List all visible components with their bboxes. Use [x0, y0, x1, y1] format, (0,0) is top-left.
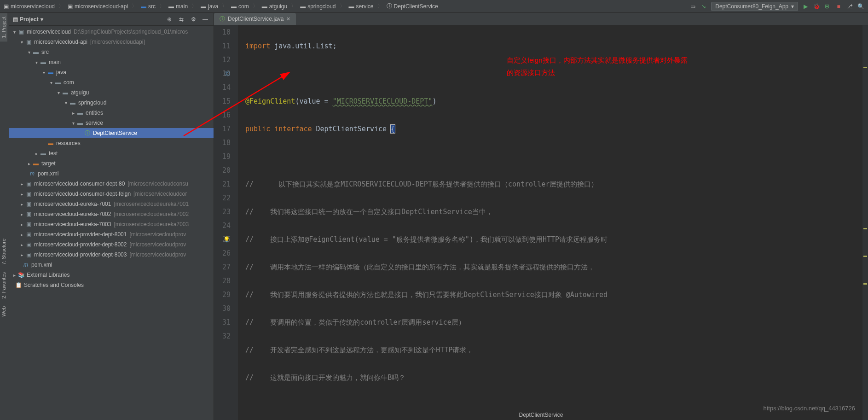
editor-body[interactable]: 101112 13ⓒ 14151617 18192021 222324 25💡 …	[214, 25, 868, 420]
editor-tab-label: DeptClientService.java	[228, 16, 284, 22]
bc-5[interactable]: ▬com	[231, 3, 249, 10]
main: ▤ Project ▾ ⊕ ⇆ ⚙ — ▾▣microservicecloudD…	[9, 13, 868, 420]
close-icon[interactable]: ×	[286, 15, 290, 23]
bc-4[interactable]: ▬java	[201, 3, 218, 10]
tree-service[interactable]: ▾▬service	[9, 118, 214, 128]
bc-9[interactable]: ⒾDeptClientService	[387, 2, 438, 10]
hide-icon[interactable]: —	[201, 15, 210, 24]
gear-icon[interactable]: ⚙	[189, 15, 198, 24]
expand-icon[interactable]: ⇆	[177, 15, 186, 24]
locate-icon[interactable]: ⊕	[165, 15, 174, 24]
tree-target[interactable]: ▸▬target	[9, 158, 214, 169]
tree-e7003[interactable]: ▸▣microservicecloud-eureka-7003[microser…	[9, 219, 214, 229]
tree-p8001[interactable]: ▸▣microservicecloud-provider-dept-8001[m…	[9, 229, 214, 239]
status-bar: DeptClientService	[519, 412, 563, 418]
tab-structure[interactable]: 7: Structure	[0, 235, 7, 268]
bc-8[interactable]: ▬service	[349, 3, 374, 10]
tree-atguigu[interactable]: ▾▬atguigu	[9, 88, 214, 98]
tab-project[interactable]: 1: Project	[0, 13, 7, 41]
tree-e7002[interactable]: ▸▣microservicecloud-eureka-7002[microser…	[9, 209, 214, 219]
bc-6[interactable]: ▬atguigu	[262, 3, 287, 10]
debug-icon[interactable]: 🐞	[813, 3, 820, 10]
bc-0[interactable]: ▣microservicecloud	[4, 3, 55, 10]
editor-tab-bar: Ⓘ DeptClientService.java ×	[214, 13, 868, 25]
build-icon[interactable]: ▭	[689, 3, 696, 10]
run-config-dropdown[interactable]: DeptConsumer80_Feign_App ▾	[711, 2, 798, 11]
interface-icon: Ⓘ	[220, 15, 225, 23]
project-title[interactable]: ▤ Project ▾	[13, 16, 43, 23]
tree-ext[interactable]: ▸📚External Libraries	[9, 270, 214, 280]
run-icon[interactable]: ▶	[802, 3, 809, 10]
editor-tab[interactable]: Ⓘ DeptClientService.java ×	[214, 13, 296, 25]
code-content[interactable]: import java.util.List; @FeignClient(valu…	[238, 25, 868, 420]
scrollbar[interactable]	[862, 25, 868, 420]
bc-7[interactable]: ▬springcloud	[300, 3, 336, 10]
tree-springcloud[interactable]: ▾▬springcloud	[9, 98, 214, 108]
sync-icon[interactable]: ↘	[700, 3, 707, 10]
tree-test[interactable]: ▸▬test	[9, 148, 214, 158]
top-bar: ▣microservicecloud〉 ▣microservicecloud-a…	[0, 0, 868, 13]
git-icon[interactable]: ⎇	[846, 3, 853, 10]
tree-e7001[interactable]: ▸▣microservicecloud-eureka-7001[microser…	[9, 199, 214, 209]
bc-2[interactable]: ▬src	[141, 3, 156, 10]
tree-scratch[interactable]: 📋Scratches and Consoles	[9, 280, 214, 290]
tree-p8003[interactable]: ▸▣microservicecloud-provider-dept-8003[m…	[9, 250, 214, 260]
tree-src[interactable]: ▾▬src	[9, 47, 214, 57]
tab-favorites[interactable]: 2: Favorites	[0, 268, 7, 302]
tree-api[interactable]: ▾▣microservicecloud-api[microserviceclou…	[9, 37, 214, 47]
tree-entities[interactable]: ▸▬entities	[9, 108, 214, 118]
watermark: https://blog.csdn.net/qq_44316726	[764, 405, 856, 412]
bc-1[interactable]: ▣microservicecloud-api	[68, 3, 128, 10]
search-icon[interactable]: 🔍	[857, 3, 864, 10]
project-tree[interactable]: ▾▣microservicecloudD:\SpringCloubProject…	[9, 26, 214, 420]
breadcrumb: ▣microservicecloud〉 ▣microservicecloud-a…	[4, 2, 689, 10]
left-tool-strip: 1: Project 7: Structure 2: Favorites Web	[0, 13, 9, 420]
project-header: ▤ Project ▾ ⊕ ⇆ ⚙ —	[9, 13, 214, 26]
tree-pom[interactable]: mpom.xml	[9, 169, 214, 179]
tree-selected-file[interactable]: ⒾDeptClientService	[9, 128, 214, 138]
gutter: 101112 13ⓒ 14151617 18192021 222324 25💡 …	[214, 25, 238, 420]
tree-java[interactable]: ▾▬java	[9, 67, 214, 77]
stop-icon[interactable]: ■	[835, 3, 842, 10]
project-panel: ▤ Project ▾ ⊕ ⇆ ⚙ — ▾▣microservicecloudD…	[9, 13, 214, 420]
run-config-label: DeptConsumer80_Feign_App	[715, 3, 788, 10]
tree-consumer80[interactable]: ▸▣microservicecloud-consumer-dept-80[mic…	[9, 179, 214, 189]
tree-resources[interactable]: ▬resources	[9, 138, 214, 148]
toolbar-right: ▭ ↘ DeptConsumer80_Feign_App ▾ ▶ 🐞 ⛨ ■ ⎇…	[689, 2, 864, 11]
tree-feign[interactable]: ▸▣microservicecloud-consumer-dept-feign[…	[9, 189, 214, 199]
tree-p8002[interactable]: ▸▣microservicecloud-provider-dept-8002[m…	[9, 239, 214, 250]
tree-com[interactable]: ▾▬com	[9, 77, 214, 88]
red-note: 自定义feign接口，内部方法其实就是微服务提供者对外暴露的资源接口方法	[507, 54, 688, 79]
tree-pom2[interactable]: mpom.xml	[9, 260, 214, 270]
tab-web[interactable]: Web	[0, 303, 7, 320]
tree-root[interactable]: ▾▣microservicecloudD:\SpringCloubProject…	[9, 27, 214, 37]
editor-area: Ⓘ DeptClientService.java × 101112 13ⓒ 14…	[214, 13, 868, 420]
coverage-icon[interactable]: ⛨	[824, 3, 831, 10]
chevron-down-icon: ▾	[791, 3, 794, 10]
tree-main[interactable]: ▾▬main	[9, 57, 214, 67]
bc-3[interactable]: ▬main	[168, 3, 188, 10]
